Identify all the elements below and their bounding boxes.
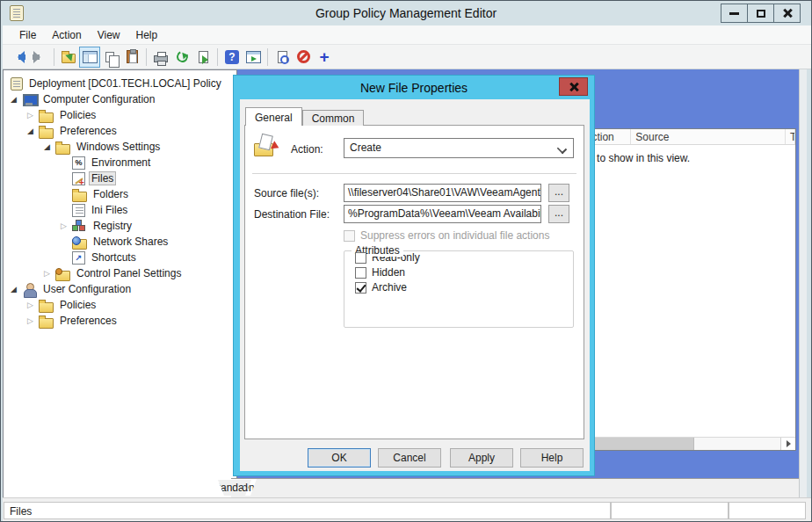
- suppress-errors-checkbox[interactable]: [344, 230, 355, 242]
- expander-collapsed-icon[interactable]: [61, 221, 72, 230]
- status-cell: [611, 502, 729, 519]
- destination-input[interactable]: %ProgramData%\Veeam\Veeam Availability C: [344, 205, 541, 223]
- print-icon[interactable]: [150, 47, 171, 68]
- tree-item-user-configuration[interactable]: User Configuration: [4, 281, 236, 297]
- environment-icon: %: [72, 156, 85, 170]
- tab-common[interactable]: Common: [302, 110, 365, 126]
- cancel-button[interactable]: Cancel: [378, 448, 441, 468]
- destination-browse-button[interactable]: ...: [548, 205, 569, 223]
- tree-item-windows-settings[interactable]: Windows Settings: [4, 139, 236, 155]
- selected-tree-label: Files: [89, 171, 116, 185]
- readonly-checkbox[interactable]: [355, 252, 366, 264]
- expander-expanded-icon[interactable]: [11, 285, 22, 294]
- view-tabs: Preferences Extended Standard: [231, 478, 799, 497]
- hidden-row: Hidden: [355, 266, 573, 279]
- expander-collapsed-icon[interactable]: [27, 316, 39, 325]
- console-tree-pane: Deployment [DC01.TECH.LOCAL] Policy Comp…: [3, 69, 237, 497]
- destination-label: Destination File:: [254, 208, 330, 221]
- tree-item-policies[interactable]: Policies: [4, 107, 236, 123]
- control-panel-icon: [55, 267, 70, 280]
- menu-file[interactable]: File: [11, 27, 44, 43]
- help-icon[interactable]: ?: [221, 47, 243, 68]
- properties-icon[interactable]: [272, 47, 293, 68]
- tree-item-user-policies[interactable]: Policies: [4, 297, 236, 313]
- delete-icon[interactable]: [293, 47, 314, 68]
- expander-expanded-icon[interactable]: [11, 95, 22, 104]
- source-input[interactable]: \\fileserver04\Share01\VAW\VeeamAgentWin: [344, 184, 541, 202]
- help-button[interactable]: Help: [520, 448, 584, 468]
- show-action-pane-icon[interactable]: [243, 47, 264, 68]
- menu-view[interactable]: View: [90, 27, 128, 43]
- tree-item-user-preferences[interactable]: Preferences: [4, 313, 236, 329]
- network-shares-icon: [72, 236, 87, 249]
- close-icon: [782, 8, 793, 18]
- right-edge-strip: [799, 69, 807, 497]
- expander-expanded-icon[interactable]: [27, 127, 39, 135]
- tree-item-folders[interactable]: Folders: [4, 186, 236, 202]
- forward-icon[interactable]: [29, 47, 50, 68]
- refresh-icon[interactable]: [171, 47, 192, 68]
- copy-icon[interactable]: [100, 47, 121, 68]
- archive-checkbox[interactable]: [355, 282, 366, 294]
- folder-icon: [39, 315, 54, 328]
- tree-item-files[interactable]: Files: [4, 170, 236, 186]
- folder-icon: [39, 299, 54, 312]
- new-icon[interactable]: +: [314, 47, 335, 68]
- toolbar: ? +: [3, 45, 811, 69]
- dialog-title: New File Properties: [234, 76, 594, 99]
- archive-row: Archive: [355, 281, 573, 294]
- folder-icon: [39, 125, 54, 138]
- status-text: Files: [4, 502, 611, 519]
- column-target[interactable]: Target: [786, 129, 795, 144]
- tree-item-root[interactable]: Deployment [DC01.TECH.LOCAL] Policy: [4, 76, 236, 91]
- tree-item-computer-configuration[interactable]: Computer Configuration: [4, 91, 236, 107]
- toolbar-separator: [267, 48, 268, 66]
- tab-general[interactable]: General: [245, 107, 302, 126]
- close-icon: [569, 83, 578, 91]
- ini-files-icon: [72, 204, 85, 217]
- menu-action[interactable]: Action: [44, 27, 89, 43]
- dialog-close-button[interactable]: [559, 77, 588, 96]
- tree-item-preferences[interactable]: Preferences: [4, 123, 236, 139]
- tree-item-registry[interactable]: Registry: [4, 218, 236, 234]
- apply-button[interactable]: Apply: [450, 448, 513, 468]
- close-button[interactable]: [773, 4, 801, 23]
- hidden-label: Hidden: [372, 266, 405, 279]
- tree-item-environment[interactable]: % Environment: [4, 155, 236, 170]
- paste-icon[interactable]: [121, 47, 142, 68]
- tree-item-ini-files[interactable]: Ini Files: [4, 202, 236, 218]
- minimize-button[interactable]: [721, 4, 748, 23]
- action-label: Action:: [291, 143, 323, 156]
- column-source[interactable]: Source: [631, 129, 786, 144]
- separator: [252, 173, 576, 175]
- files-icon: [72, 172, 85, 185]
- toolbar-separator: [54, 48, 54, 66]
- tree-item-shortcuts[interactable]: ↗ Shortcuts: [4, 250, 236, 265]
- scrollbar-track[interactable]: [694, 438, 780, 450]
- dialog-content: General Common Action: Create Source fil…: [240, 99, 590, 471]
- console-tree-icon[interactable]: [79, 47, 100, 68]
- menu-help[interactable]: Help: [128, 27, 166, 43]
- expander-collapsed-icon[interactable]: [27, 301, 39, 309]
- up-one-level-icon[interactable]: [58, 47, 79, 68]
- archive-label: Archive: [372, 281, 407, 294]
- toolbar-separator: [146, 48, 147, 66]
- source-browse-button[interactable]: ...: [548, 184, 569, 202]
- expander-expanded-icon[interactable]: [44, 142, 55, 151]
- scroll-right-icon[interactable]: [780, 438, 795, 450]
- back-icon[interactable]: [8, 47, 29, 68]
- ok-button[interactable]: OK: [308, 448, 371, 468]
- tree-item-control-panel-settings[interactable]: Control Panel Settings: [4, 265, 236, 281]
- source-label: Source file(s):: [254, 187, 319, 199]
- tree-item-network-shares[interactable]: Network Shares: [4, 234, 236, 250]
- title-bar: Group Policy Management Editor: [1, 1, 811, 25]
- file-action-icon: [254, 134, 284, 161]
- action-dropdown[interactable]: Create: [344, 138, 574, 158]
- suppress-errors-label: Suppress errors on individual file actio…: [360, 229, 549, 242]
- maximize-button[interactable]: [747, 4, 774, 23]
- dialog-tabs: General Common: [245, 107, 364, 126]
- expander-collapsed-icon[interactable]: [44, 269, 55, 278]
- export-list-icon[interactable]: [192, 47, 214, 68]
- hidden-checkbox[interactable]: [355, 267, 366, 279]
- expander-collapsed-icon[interactable]: [27, 111, 39, 120]
